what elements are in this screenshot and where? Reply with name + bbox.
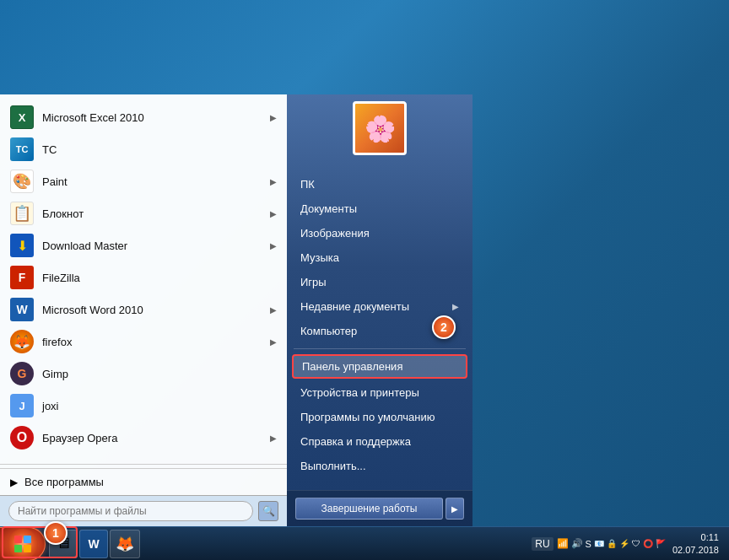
search-bar: 🔍 xyxy=(0,495,287,526)
tray-icon-4: 🛡 xyxy=(632,539,640,548)
notepad-icon: 📋 xyxy=(10,202,34,225)
right-item-run[interactable]: Выполнить... xyxy=(287,454,472,478)
app-item-gimp[interactable]: G Gimp xyxy=(0,358,287,390)
all-programs-button[interactable]: ▶ Все программы xyxy=(0,468,287,495)
start-menu: X Microsoft Excel 2010 ▶ TC TC 🎨 Paint ▶ xyxy=(0,94,472,526)
defaults-label: Программы по умолчанию xyxy=(300,411,435,423)
annotation-2-label: 2 xyxy=(440,320,447,334)
help-label: Справка и поддержка xyxy=(300,435,411,448)
notepad-arrow: ▶ xyxy=(270,209,277,218)
tray-icon-1: 📧 xyxy=(594,539,604,548)
skype-icon: S xyxy=(586,539,591,549)
right-separator xyxy=(294,348,466,349)
start-button[interactable] xyxy=(0,527,46,561)
annotation-1-label: 1 xyxy=(52,526,59,540)
word-label: Microsoft Word 2010 xyxy=(42,304,270,316)
word-icon: W xyxy=(10,298,34,321)
svg-rect-0 xyxy=(14,536,22,543)
games-label: Игры xyxy=(300,276,327,288)
svg-rect-2 xyxy=(14,545,22,552)
firefox-label: firefox xyxy=(42,336,270,348)
app-item-joxi[interactable]: J joxi xyxy=(0,390,287,422)
pc-label: ПК xyxy=(300,178,315,191)
filezilla-label: FileZilla xyxy=(42,272,277,284)
app-item-notepad[interactable]: 📋 Блокнот ▶ xyxy=(0,197,287,229)
separator xyxy=(0,464,287,465)
app-item-excel[interactable]: X Microsoft Excel 2010 ▶ xyxy=(0,101,287,133)
flag-icon: 🚩 xyxy=(656,539,666,548)
app-item-firefox[interactable]: 🦊 firefox ▶ xyxy=(0,326,287,358)
system-tray: RU 📶 🔊 S 📧 🔒 ⚡ 🛡 ⭕ 🚩 0:11 02.07.2018 xyxy=(525,531,729,556)
right-item-defaults[interactable]: Программы по умолчанию xyxy=(287,405,472,429)
firefox-icon: 🦊 xyxy=(10,330,34,353)
right-item-games[interactable]: Игры xyxy=(287,270,472,294)
joxi-icon: J xyxy=(10,394,34,417)
all-programs-arrow-icon: ▶ xyxy=(10,477,18,488)
app-item-filezilla[interactable]: F FileZilla xyxy=(0,261,287,293)
taskbar-items: 🖥 W 🦊 xyxy=(46,530,525,558)
excel-arrow: ▶ xyxy=(270,113,277,122)
right-item-devices[interactable]: Устройства и принтеры xyxy=(287,380,472,405)
recent-label: Недавние документы xyxy=(300,300,409,313)
right-item-images[interactable]: Изображения xyxy=(287,221,472,245)
recent-arrow: ▶ xyxy=(452,302,459,311)
taskbar-item-word[interactable]: W xyxy=(79,530,108,558)
word-arrow: ▶ xyxy=(270,305,277,315)
app-list: X Microsoft Excel 2010 ▶ TC TC 🎨 Paint ▶ xyxy=(0,94,287,460)
all-programs-label: Все программы xyxy=(24,476,277,488)
run-label: Выполнить... xyxy=(300,460,366,472)
right-item-music[interactable]: Музыка xyxy=(287,245,472,270)
shutdown-button[interactable]: Завершение работы xyxy=(295,498,443,520)
opera-arrow: ▶ xyxy=(270,433,277,443)
annotation-2: 2 xyxy=(432,315,456,339)
control-panel-label: Панель управления xyxy=(302,360,402,373)
volume-icon: 🔊 xyxy=(571,538,583,549)
tc-icon: TC xyxy=(10,137,34,161)
network-icon: 📶 xyxy=(557,538,569,549)
annotation-1: 1 xyxy=(44,521,68,545)
paint-label: Paint xyxy=(42,175,270,188)
taskbar: 🖥 W 🦊 RU 📶 🔊 S 📧 🔒 ⚡ 🛡 ⭕ 🚩 0:11 02.07.20… xyxy=(0,526,729,560)
joxi-label: joxi xyxy=(42,400,277,412)
gimp-icon: G xyxy=(10,362,34,385)
tray-icons: 📶 🔊 S 📧 🔒 ⚡ 🛡 ⭕ 🚩 xyxy=(557,538,666,549)
tray-icon-5: ⭕ xyxy=(643,539,653,548)
excel-icon: X xyxy=(10,105,34,129)
music-label: Музыка xyxy=(300,251,339,264)
start-button-orb xyxy=(8,529,38,559)
shutdown-arrow-button[interactable]: ▶ xyxy=(446,498,464,520)
svg-rect-1 xyxy=(24,536,31,543)
download-master-label: Download Master xyxy=(42,240,270,252)
search-input[interactable] xyxy=(8,501,253,521)
right-item-pc[interactable]: ПК xyxy=(287,172,472,197)
gimp-label: Gimp xyxy=(42,368,277,380)
start-menu-right-panel: 🌸 ПК Документы Изображения Музыка Игры xyxy=(287,94,472,526)
search-button[interactable]: 🔍 xyxy=(258,501,278,521)
app-item-opera[interactable]: O Браузер Opera ▶ xyxy=(0,422,287,454)
taskbar-item-firefox[interactable]: 🦊 xyxy=(110,530,140,558)
documents-label: Документы xyxy=(300,202,357,215)
right-item-control-panel[interactable]: Панель управления xyxy=(292,354,467,379)
download-master-icon: ⬇ xyxy=(10,234,34,257)
tc-label: TC xyxy=(42,143,277,156)
computer-label: Компьютер xyxy=(300,325,357,337)
clock: 0:11 02.07.2018 xyxy=(669,531,722,556)
tray-icon-2: 🔒 xyxy=(607,539,617,548)
excel-label: Microsoft Excel 2010 xyxy=(42,111,270,124)
right-item-help[interactable]: Справка и поддержка xyxy=(287,429,472,454)
app-item-paint[interactable]: 🎨 Paint ▶ xyxy=(0,165,287,197)
desktop: X Microsoft Excel 2010 ▶ TC TC 🎨 Paint ▶ xyxy=(0,0,729,560)
app-item-tc[interactable]: TC TC xyxy=(0,133,287,165)
app-item-word[interactable]: W Microsoft Word 2010 ▶ xyxy=(0,293,287,326)
shutdown-bar: Завершение работы ▶ xyxy=(287,490,472,526)
right-item-documents[interactable]: Документы xyxy=(287,197,472,221)
devices-label: Устройства и принтеры xyxy=(300,386,419,399)
user-avatar: 🌸 xyxy=(353,101,407,155)
firefox-arrow: ▶ xyxy=(270,337,277,347)
paint-icon: 🎨 xyxy=(10,170,34,193)
app-item-download-master[interactable]: ⬇ Download Master ▶ xyxy=(0,229,287,261)
dm-arrow: ▶ xyxy=(270,241,277,250)
clock-time: 0:11 xyxy=(672,531,719,543)
language-indicator: RU xyxy=(532,537,553,551)
opera-icon: O xyxy=(10,426,34,450)
